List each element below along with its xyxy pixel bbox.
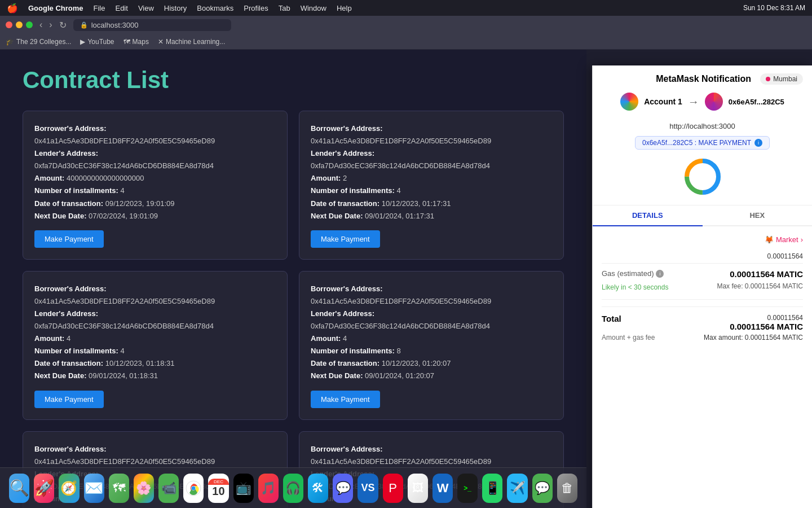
mm-maxfee: Max fee: 0.00011564 MATIC — [717, 282, 803, 290]
gas-info-icon[interactable]: i — [656, 270, 664, 278]
dock-whatsapp[interactable]: 📱 — [482, 474, 502, 503]
make-payment-button-1[interactable]: Make Payment — [34, 230, 104, 248]
menubar-profiles[interactable]: Profiles — [244, 4, 268, 12]
dock-vscode[interactable]: VS — [358, 474, 378, 503]
back-button[interactable]: ‹ — [37, 19, 45, 32]
lender-row: Lender's Address: 0xfa7DAd30cEC36F38c124… — [34, 308, 276, 332]
mm-market-link[interactable]: 🦊 Market › — [602, 235, 803, 244]
bookmarks-bar: 🎓 The 29 Colleges... ▶ YouTube 🗺 Maps ✕ … — [0, 34, 812, 50]
market-label: Market — [776, 235, 798, 244]
installments-row: Number of installments: 8 — [311, 345, 552, 357]
mm-divider — [602, 306, 803, 307]
tab-hex[interactable]: HEX — [703, 205, 813, 226]
dock-spotify[interactable]: 🎧 — [283, 474, 303, 503]
borrower-row: Borrower's Address: 0x41a1Ac5Ae3D8DFE1D8… — [311, 122, 552, 147]
menubar: 🍎 Google Chrome File Edit View History B… — [0, 0, 812, 16]
bookmark-youtube[interactable]: ▶ YouTube — [80, 38, 114, 46]
menubar-right: Sun 10 Dec 8:31 AM — [743, 4, 805, 12]
address-bar[interactable]: 🔒 localhost:3000 — [73, 19, 231, 31]
dock-launchpad[interactable]: 🚀 — [34, 474, 54, 503]
make-payment-button-2[interactable]: Make Payment — [311, 230, 380, 248]
dock-discord[interactable]: 💬 — [333, 474, 353, 503]
mm-total-section: Total 0.00011564 0.00011564 MATIC Amount… — [602, 314, 803, 341]
bookmark-colleges[interactable]: 🎓 The 29 Colleges... — [6, 38, 71, 46]
forward-button[interactable]: › — [47, 19, 54, 32]
minimize-button[interactable] — [16, 21, 23, 28]
menubar-bookmarks[interactable]: Bookmarks — [197, 4, 233, 12]
dock-terminal[interactable]: >_ — [457, 474, 478, 503]
borrower-row: Borrower's Address: 0x41a1Ac5Ae3D8DFE1D8… — [34, 443, 276, 468]
close-button[interactable] — [6, 21, 12, 28]
date-row: Date of transaction: 09/12/2023, 19:01:0… — [34, 198, 276, 210]
date-row: Date of transaction: 10/12/2023, 01:18:3… — [34, 357, 276, 370]
dock-safari[interactable]: 🧭 — [59, 474, 79, 503]
mm-from-avatar — [620, 93, 638, 111]
make-payment-button-4[interactable]: Make Payment — [311, 391, 380, 408]
mm-title-row: MetaMask Notification Mumbai — [602, 73, 803, 85]
svg-point-5 — [192, 486, 196, 490]
dock-finder[interactable]: 🔍 — [9, 474, 29, 503]
mm-likely-row: Likely in < 30 seconds Max fee: 0.000115… — [602, 281, 803, 291]
menubar-view[interactable]: View — [138, 4, 154, 12]
make-payment-button-3[interactable]: Make Payment — [34, 391, 104, 408]
mm-header: MetaMask Notification Mumbai Account 1 →… — [593, 65, 812, 205]
dock-tv[interactable]: 📺 — [233, 474, 254, 503]
dock-facetime[interactable]: 📹 — [158, 474, 179, 503]
mm-pie-chart — [685, 159, 721, 195]
main-content: Contract List Borrower's Address: 0x41a1… — [0, 50, 586, 508]
dock-pinterest[interactable]: P — [383, 474, 403, 503]
contract-card-4: Borrower's Address: 0x41a1Ac5Ae3D8DFE1D8… — [299, 271, 564, 420]
chevron-right-icon: › — [801, 235, 803, 244]
borrower-row: Borrower's Address: 0x41a1Ac5Ae3D8DFE1D8… — [34, 283, 276, 308]
gas-value-right: 0.00011564 MATIC — [730, 269, 803, 279]
dock-maps[interactable]: 🗺 — [109, 474, 129, 503]
bookmark-ml[interactable]: ✕ Machine Learning... — [158, 38, 225, 46]
mm-gas-row: Gas (estimated) i 0.00011564 MATIC — [602, 269, 803, 279]
menubar-history[interactable]: History — [164, 4, 187, 12]
amount-row: Amount: 4 — [311, 332, 552, 345]
mm-details-content: 🦊 Market › 0.00011564 Gas (estimated) i … — [593, 226, 812, 508]
ml-icon: ✕ — [158, 38, 164, 46]
mm-tabs: DETAILS HEX — [593, 205, 812, 226]
menubar-help[interactable]: Help — [337, 4, 352, 12]
mm-network-label: Mumbai — [773, 75, 797, 83]
reload-button[interactable]: ↻ — [57, 19, 69, 32]
mm-account-dest: 0x6eA5f...282C5 — [729, 98, 784, 106]
mm-to-avatar — [705, 93, 723, 111]
dock-appstore[interactable]: 🛠 — [308, 474, 328, 503]
bookmark-maps[interactable]: 🗺 Maps — [123, 38, 149, 46]
tab-details[interactable]: DETAILS — [593, 205, 703, 226]
dock-photos[interactable]: 🌸 — [134, 474, 154, 503]
dock-mail[interactable]: ✉️ — [84, 474, 104, 503]
menubar-tab[interactable]: Tab — [279, 4, 290, 12]
dock-messages[interactable]: 💬 — [532, 474, 553, 503]
apple-menu[interactable]: 🍎 — [7, 3, 18, 14]
dock-chrome[interactable] — [183, 474, 204, 503]
borrower-row: Borrower's Address: 0x41a1Ac5Ae3D8DFE1D8… — [311, 283, 552, 308]
mm-network-badge: Mumbai — [760, 73, 803, 85]
menubar-edit[interactable]: Edit — [115, 4, 127, 12]
info-icon[interactable]: i — [754, 139, 762, 147]
dock-telegram[interactable]: ✈️ — [507, 474, 527, 503]
installments-row: Number of installments: 4 — [34, 185, 276, 197]
mm-contract-badge: 0x6eA5f...282C5 : MAKE PAYMENT i — [635, 136, 770, 150]
contract-card-2: Borrower's Address: 0x41a1Ac5Ae3D8DFE1D8… — [299, 111, 564, 260]
amount-row: Amount: 4000000000000000000 — [34, 172, 276, 185]
gas-label: Gas (estimated) i — [602, 269, 664, 278]
dock-trash[interactable]: 🗑 — [557, 474, 577, 503]
maximize-button[interactable] — [26, 21, 33, 28]
dock-music[interactable]: 🎵 — [258, 474, 279, 503]
due-row: Next Due Date: 09/01/2024, 01:20:07 — [311, 370, 552, 382]
mm-origin-url: http://localhost:3000 — [669, 119, 735, 132]
mm-transfer-arrow: → — [688, 95, 699, 108]
menubar-app-name[interactable]: Google Chrome — [28, 4, 83, 12]
page-title: Contract List — [23, 67, 564, 94]
dock-preview[interactable]: 🖼 — [408, 474, 428, 503]
menubar-file[interactable]: File — [94, 4, 105, 12]
lender-row: Lender's Address: 0xfa7DAd30cEC36F38c124… — [311, 308, 552, 332]
dock-calendar[interactable]: DEC 10 — [208, 474, 228, 503]
dock-word[interactable]: W — [433, 474, 453, 503]
total-label: Total — [602, 314, 621, 323]
menubar-window[interactable]: Window — [301, 4, 326, 12]
lock-icon: 🔒 — [80, 21, 88, 29]
